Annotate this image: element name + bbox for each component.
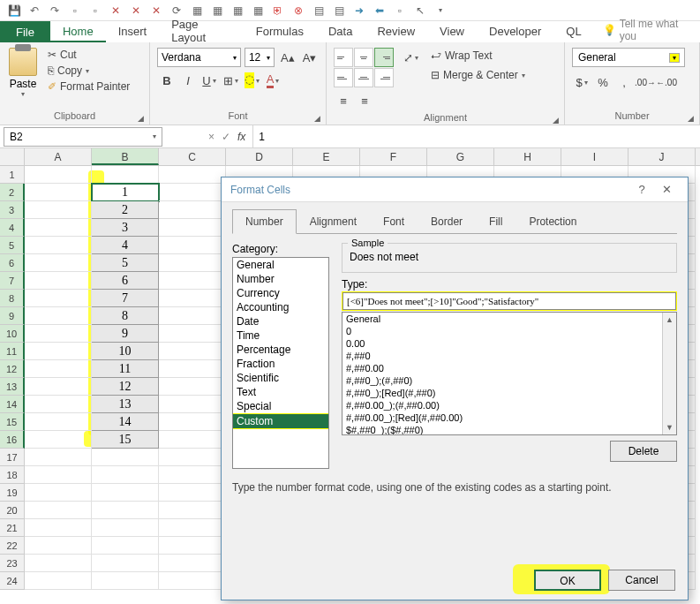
cell[interactable]: 10 — [92, 343, 159, 360]
row-header[interactable]: 17 — [0, 449, 25, 466]
category-item[interactable]: Fraction — [233, 357, 328, 371]
qat-icon-b[interactable]: ✕ — [129, 4, 143, 18]
export-icon[interactable]: ▫ — [393, 4, 407, 18]
qat-icon-d[interactable]: ⟳ — [169, 4, 184, 18]
font-name-select[interactable]: Verdana▾ — [157, 48, 241, 67]
number-format-select[interactable]: General ▾ — [572, 48, 685, 67]
row-header[interactable]: 9 — [0, 307, 25, 325]
open-icon[interactable]: ▫ — [88, 4, 102, 18]
decrease-font-button[interactable]: A▾ — [300, 48, 319, 67]
comma-format-button[interactable]: , — [614, 72, 634, 92]
italic-button[interactable]: I — [178, 71, 198, 90]
row-header[interactable]: 24 — [0, 572, 25, 590]
decrease-decimal-button[interactable]: ←.00 — [657, 72, 676, 92]
dialog-tab-font[interactable]: Font — [370, 209, 418, 233]
cell[interactable] — [159, 502, 226, 519]
row-header[interactable]: 8 — [0, 290, 25, 307]
cell[interactable] — [159, 360, 226, 378]
dialog-tab-number[interactable]: Number — [232, 209, 297, 234]
cell[interactable] — [92, 519, 159, 537]
qat-icon-i[interactable]: ▤ — [312, 4, 326, 18]
type-input[interactable] — [342, 292, 676, 310]
cancel-button[interactable]: Cancel — [608, 570, 675, 591]
cell[interactable] — [25, 201, 92, 219]
column-header[interactable]: G — [427, 148, 494, 165]
percent-format-button[interactable]: % — [593, 72, 613, 92]
dialog-tab-fill[interactable]: Fill — [476, 209, 516, 233]
increase-font-button[interactable]: A▴ — [278, 48, 297, 67]
row-header[interactable]: 1 — [0, 166, 25, 184]
type-list-item[interactable]: #,##0_);[Red](#,##0) — [342, 387, 676, 399]
column-header[interactable]: B — [92, 148, 159, 165]
qat-icon-c[interactable]: ✕ — [149, 4, 163, 18]
category-item[interactable]: Accounting — [233, 300, 328, 314]
cell[interactable] — [159, 572, 226, 590]
save-icon[interactable]: 💾 — [7, 4, 21, 18]
cell[interactable] — [159, 466, 226, 484]
cell[interactable] — [159, 413, 226, 431]
bold-button[interactable]: B — [157, 71, 177, 90]
category-item[interactable]: Scientific — [233, 371, 328, 385]
cell[interactable] — [159, 272, 226, 290]
increase-decimal-button[interactable]: .00→ — [636, 72, 655, 92]
border-button[interactable]: ⊞ — [221, 71, 240, 90]
tab-insert[interactable]: Insert — [106, 21, 160, 42]
cell[interactable]: 4 — [92, 237, 159, 254]
align-top-left[interactable] — [334, 48, 353, 67]
row-header[interactable]: 7 — [0, 272, 25, 290]
cut-button[interactable]: ✂Cut — [46, 48, 132, 62]
alignment-launcher-icon[interactable]: ◢ — [553, 116, 559, 125]
row-header[interactable]: 21 — [0, 519, 25, 537]
row-header[interactable]: 15 — [0, 413, 25, 431]
row-header[interactable]: 18 — [0, 466, 25, 484]
row-header[interactable]: 19 — [0, 484, 25, 502]
qat-icon-e[interactable]: ▦ — [190, 4, 204, 18]
cell[interactable]: 6 — [92, 272, 159, 290]
align-top-right[interactable] — [374, 48, 394, 67]
row-header[interactable]: 13 — [0, 378, 25, 396]
dialog-titlebar[interactable]: Format Cells ? ✕ — [222, 177, 688, 202]
type-list-item[interactable]: #,##0.00_);[Red](#,##0.00) — [342, 411, 676, 424]
decrease-indent-button[interactable]: ≡ — [334, 91, 353, 110]
category-item[interactable]: Time — [233, 328, 328, 343]
select-all-corner[interactable] — [0, 148, 25, 165]
cell[interactable] — [25, 431, 92, 449]
cell[interactable] — [25, 519, 92, 537]
type-list-item[interactable]: #,##0_);(#,##0) — [342, 374, 676, 387]
column-header[interactable]: F — [360, 148, 427, 165]
accept-formula-icon[interactable]: ✓ — [222, 131, 230, 143]
copy-button[interactable]: ⎘Copy▾ — [46, 64, 132, 78]
type-list-item[interactable]: #,##0 — [342, 350, 676, 362]
type-list-item[interactable]: #,##0.00_);(#,##0.00) — [342, 399, 676, 411]
category-item[interactable]: Percentage — [233, 343, 328, 357]
number-launcher-icon[interactable]: ◢ — [688, 114, 694, 123]
cell[interactable] — [159, 237, 226, 254]
help-icon[interactable]: ? — [629, 180, 654, 200]
forward-icon[interactable]: ➜ — [352, 4, 366, 18]
cell[interactable] — [25, 325, 92, 343]
cell[interactable] — [25, 555, 92, 572]
type-list-item[interactable]: 0 — [342, 325, 676, 337]
error-icon[interactable]: ⊗ — [291, 4, 305, 18]
cell[interactable] — [92, 502, 159, 519]
redo-icon[interactable]: ↷ — [48, 4, 62, 18]
cell[interactable] — [92, 572, 159, 590]
tab-file[interactable]: File — [0, 21, 50, 42]
dialog-tab-border[interactable]: Border — [418, 209, 476, 233]
row-header[interactable]: 11 — [0, 343, 25, 360]
row-header[interactable]: 23 — [0, 555, 25, 572]
shield-icon[interactable]: ⛨ — [271, 4, 285, 18]
align-bottom-right[interactable] — [374, 68, 394, 87]
delete-button[interactable]: Delete — [610, 441, 677, 462]
tab-formulas[interactable]: Formulas — [244, 21, 316, 42]
cell[interactable] — [92, 484, 159, 502]
cell[interactable] — [92, 555, 159, 572]
tab-view[interactable]: View — [427, 21, 477, 42]
row-header[interactable]: 22 — [0, 537, 25, 555]
cell[interactable]: 7 — [92, 290, 159, 307]
category-list[interactable]: GeneralNumberCurrencyAccountingDateTimeP… — [232, 257, 329, 469]
type-list-item[interactable]: #,##0.00 — [342, 362, 676, 374]
column-header[interactable]: D — [226, 148, 293, 165]
type-list-item[interactable]: General — [342, 313, 676, 325]
cell[interactable] — [25, 396, 92, 413]
